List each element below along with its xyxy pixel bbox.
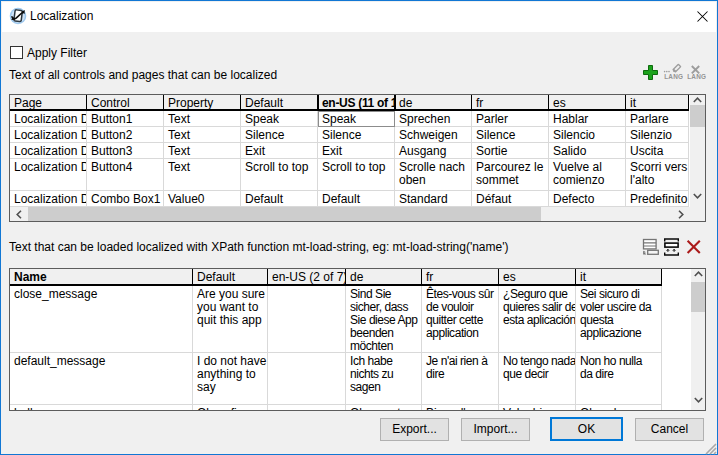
svg-text:LANG: LANG bbox=[664, 73, 683, 80]
svg-text:LANG: LANG bbox=[687, 73, 706, 80]
